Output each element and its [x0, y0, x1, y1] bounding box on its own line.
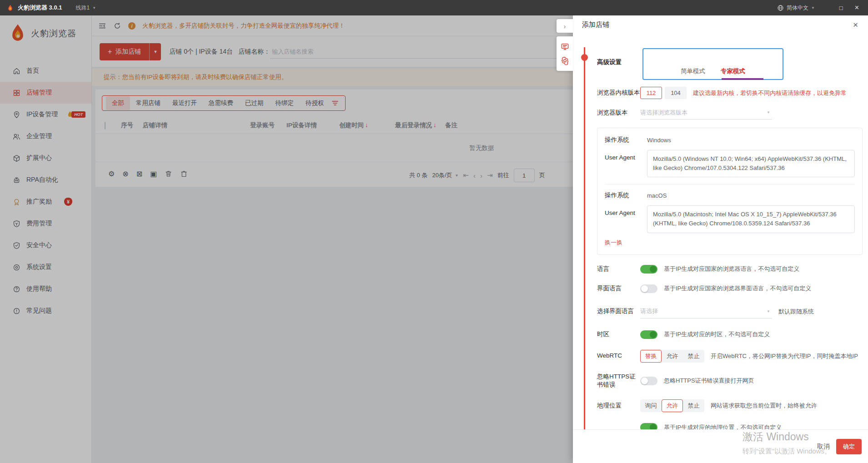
section-advanced-settings: 高级设置 [597, 48, 642, 80]
drawer-body: 高级设置 简单模式 专家模式 浏览器内核版本 112 104 建议选最新内核，若… [573, 45, 868, 429]
shuffle-ua-link[interactable]: 换一换 [605, 239, 622, 247]
confirm-button[interactable]: 确定 [836, 439, 862, 454]
user-agent-card: 操作系统 Windows User Agent Mozilla/5.0 (Win… [597, 128, 863, 255]
window-titlebar: 火豹浏览器 3.0.1 线路1 ▼ 简体中文 ▼ □ × [0, 0, 868, 15]
kernel-version-label: 浏览器内核版本 [597, 89, 640, 97]
kernel-hint: 建议选最新内核，若切换不同内核请清除缓存，以避免异常 [693, 89, 847, 97]
tab-simple-mode[interactable]: 简单模式 [681, 67, 705, 75]
browser-version-label: 浏览器版本 [597, 109, 640, 117]
geo-forbid-button[interactable]: 禁止 [683, 399, 704, 412]
kernel-112-button[interactable]: 112 [640, 87, 662, 99]
os-label: 操作系统 [605, 191, 647, 199]
webrtc-hint: 开启WebRTC，将公网IP替换为代理IP，同时掩盖本地IP [711, 352, 858, 360]
ua-windows-textarea[interactable]: Mozilla/5.0 (Windows NT 10.0; Win64; x64… [647, 150, 855, 177]
geo-ip-hint: 基于IP生成对应的地理位置，不勾选可自定义 [664, 423, 782, 429]
browser-version-select[interactable]: 请选择浏览器版本 ▼ [640, 106, 772, 119]
webrtc-segmented: 替换 允许 禁止 [640, 350, 704, 363]
quick-tools-strip [557, 36, 573, 71]
mode-tabs: 简单模式 专家模式 [642, 48, 783, 80]
ui-language-select[interactable]: 请选择 ▼ [640, 305, 772, 319]
timezone-hint: 基于IP生成对应的时区，不勾选可自定义 [664, 330, 770, 339]
chevron-down-icon: ▼ [767, 309, 770, 314]
timeline-line [584, 47, 585, 429]
app-flame-icon [6, 4, 14, 12]
geo-allow-button[interactable]: 允许 [662, 399, 683, 412]
geo-ask-button[interactable]: 询问 [640, 399, 662, 412]
globe-icon [777, 5, 784, 11]
app-title: 火豹浏览器 3.0.1 [18, 4, 62, 12]
chevron-down-icon: ▼ [92, 6, 96, 10]
ua-macos-textarea[interactable]: Mozilla/5.0 (Macintosh; Intel Mac OS X 1… [647, 205, 855, 233]
close-icon[interactable]: × [853, 20, 858, 29]
kernel-104-button[interactable]: 104 [665, 87, 687, 99]
https-ignore-toggle[interactable] [640, 377, 657, 385]
chevron-down-icon: ▼ [767, 110, 770, 115]
geolocation-segmented: 询问 允许 禁止 [640, 399, 704, 412]
line-selector[interactable]: 线路1 ▼ [76, 4, 96, 12]
collapse-drawer-handle[interactable]: › [557, 19, 573, 33]
geo-ip-toggle[interactable] [640, 423, 657, 429]
modal-overlay[interactable] [0, 15, 573, 463]
https-ignore-label: 忽略HTTPS证书错误 [597, 373, 640, 390]
chevron-down-icon: ▼ [811, 6, 815, 10]
os-windows-value: Windows [647, 137, 671, 144]
monitor-chat-icon[interactable] [561, 42, 569, 51]
ui-language-hint: 基于IP生成对应国家的浏览器界面语言，不勾选可自定义 [664, 284, 811, 293]
language-label: 语言 [597, 265, 640, 274]
geolocation-hint: 网站请求获取您当前位置时，始终被允许 [711, 402, 817, 410]
drawer-title: 添加店铺 [582, 20, 609, 29]
webrtc-allow-button[interactable]: 允许 [662, 350, 683, 363]
ui-language-select-label: 选择界面语言 [597, 307, 640, 316]
ui-language-select-hint: 默认跟随系统 [778, 308, 814, 316]
os-label: 操作系统 [605, 136, 647, 144]
drawer-footer: 取消 确定 [573, 429, 868, 463]
timeline-dot [581, 54, 588, 61]
language-selector[interactable]: 简体中文 ▼ [777, 4, 815, 12]
timezone-toggle[interactable] [640, 330, 657, 339]
maximize-button[interactable]: □ [839, 5, 843, 11]
language-hint: 基于IP生成对应国家的浏览器语言，不勾选可自定义 [664, 265, 799, 273]
gear-icon[interactable] [561, 56, 569, 65]
drawer-header: 添加店铺 × [573, 15, 868, 29]
cancel-button[interactable]: 取消 [811, 439, 836, 454]
webrtc-forbid-button[interactable]: 禁止 [683, 350, 704, 363]
ui-language-toggle[interactable] [640, 284, 657, 293]
language-toggle[interactable] [640, 265, 657, 274]
close-window-button[interactable]: × [855, 4, 859, 12]
geolocation-label: 地理位置 [597, 402, 640, 410]
webrtc-label: WebRTC [597, 352, 640, 360]
timezone-label: 时区 [597, 330, 640, 339]
divider [605, 184, 855, 184]
ui-language-label: 界面语言 [597, 284, 640, 293]
add-shop-drawer: 添加店铺 × 高级设置 简单模式 专家模式 浏览器内核版本 112 104 建议… [573, 15, 868, 463]
https-ignore-hint: 忽略HTTPS证书错误直接打开网页 [664, 377, 754, 385]
chevron-right-icon: › [564, 22, 566, 30]
ua-label: User Agent [605, 150, 647, 161]
tab-expert-mode[interactable]: 专家模式 [721, 67, 745, 75]
ua-label: User Agent [605, 205, 647, 216]
active-tab-underline [722, 78, 763, 80]
webrtc-replace-button[interactable]: 替换 [640, 350, 662, 363]
os-macos-value: macOS [647, 192, 667, 199]
